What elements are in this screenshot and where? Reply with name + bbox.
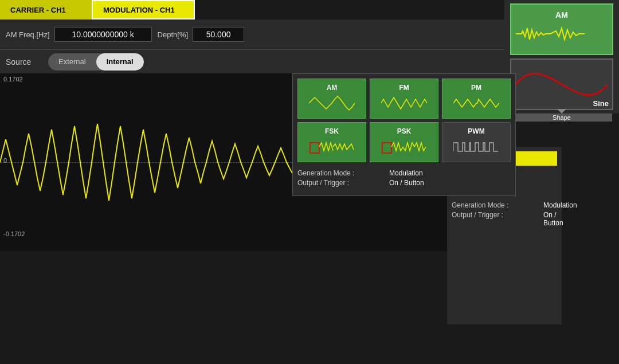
mod-item-fm[interactable]: FM bbox=[370, 79, 438, 119]
modulation-popup: AM FM PM FSK bbox=[292, 73, 516, 196]
gen-mode: Generation Mode : Modulation bbox=[452, 201, 557, 209]
mod-item-am-label: AM bbox=[327, 84, 338, 92]
output-trigger-popup: Output / Trigger : On / Button bbox=[297, 179, 511, 187]
am-box[interactable]: AM bbox=[510, 3, 613, 55]
gen-info-popup: Generation Mode : Modulation Output / Tr… bbox=[297, 167, 511, 191]
output-trigger-label: Output / Trigger : bbox=[452, 211, 543, 227]
mod-psk-wave bbox=[381, 137, 427, 157]
output-trigger-popup-value: On / Button bbox=[389, 179, 424, 187]
tab-modulation[interactable]: MODULATION - CH1 bbox=[92, 0, 195, 19]
mod-item-fsk[interactable]: FSK bbox=[297, 122, 366, 162]
mod-item-psk[interactable]: PSK bbox=[370, 122, 438, 162]
mod-item-fsk-label: FSK bbox=[325, 127, 339, 135]
mod-am-wave bbox=[309, 93, 355, 113]
depth-value[interactable]: 50.000 bbox=[193, 27, 244, 42]
mod-item-pwm-label: PWM bbox=[468, 127, 484, 135]
right-panel: AM Sine Shape bbox=[504, 0, 619, 113]
external-button[interactable]: External bbox=[48, 53, 96, 71]
svg-rect-1 bbox=[382, 143, 391, 153]
mod-fsk-wave bbox=[309, 137, 355, 157]
sine-label: Sine bbox=[593, 99, 609, 108]
source-label: Source bbox=[6, 57, 40, 66]
sine-box[interactable]: Sine Shape bbox=[510, 58, 613, 110]
mod-pm-wave bbox=[453, 93, 499, 113]
tab-carrier[interactable]: CARRIER - CH1 bbox=[0, 0, 92, 19]
output-trigger-value: On / Button bbox=[543, 211, 563, 227]
mod-fm-wave bbox=[381, 93, 427, 113]
am-freq-value[interactable]: 10.0000000000 k bbox=[54, 27, 152, 42]
mod-grid: AM FM PM FSK bbox=[297, 79, 511, 162]
gen-mode-popup: Generation Mode : Modulation bbox=[297, 169, 511, 177]
mod-item-pm[interactable]: PM bbox=[442, 79, 511, 119]
gen-mode-popup-value: Modulation bbox=[389, 169, 423, 177]
mod-item-fm-label: FM bbox=[399, 84, 409, 92]
output-trigger-popup-label: Output / Trigger : bbox=[297, 179, 389, 187]
mod-item-pm-label: PM bbox=[471, 84, 481, 92]
am-freq-label: AM Freq.[Hz] bbox=[6, 30, 50, 39]
output-trigger-row: Output / Trigger : On / Button bbox=[452, 211, 557, 227]
depth-group: Depth[%] 50.000 bbox=[158, 27, 244, 42]
mod-item-pwm[interactable]: PWM bbox=[442, 122, 511, 162]
gen-mode-popup-label: Generation Mode : bbox=[297, 169, 389, 177]
internal-button[interactable]: Internal bbox=[96, 53, 144, 71]
am-box-label: AM bbox=[555, 10, 568, 19]
mod-item-am[interactable]: AM bbox=[297, 79, 366, 119]
sine-pointer bbox=[557, 109, 566, 113]
shape-label: Shape bbox=[511, 113, 612, 122]
mod-item-psk-label: PSK bbox=[397, 127, 412, 135]
depth-label: Depth[%] bbox=[158, 30, 188, 39]
mod-pwm-wave bbox=[453, 137, 499, 157]
am-freq-group: AM Freq.[Hz] 10.0000000000 k bbox=[6, 27, 152, 42]
gen-mode-label: Generation Mode : bbox=[452, 201, 543, 209]
am-wave-icon bbox=[516, 19, 608, 48]
gen-mode-row: Generation Mode : Modulation Output / Tr… bbox=[452, 201, 557, 227]
source-toggle: External Internal bbox=[48, 53, 144, 71]
svg-rect-0 bbox=[310, 143, 319, 153]
sine-wave-icon bbox=[516, 67, 608, 101]
gen-mode-value: Modulation bbox=[543, 201, 577, 209]
